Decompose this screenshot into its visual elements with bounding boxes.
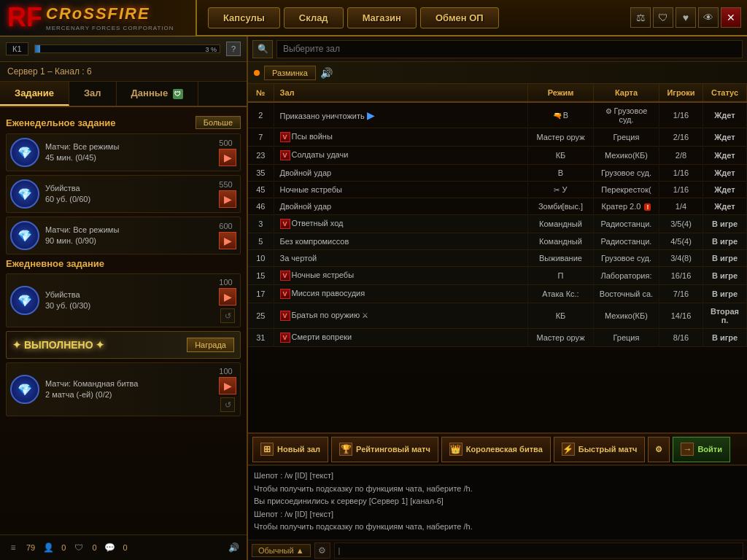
table-row[interactable]: 45 Ночные ястребы ✂ У Перекресток( 1/16 … [248,182,747,198]
friend-count: 0 [61,543,66,552]
friend-icon[interactable]: 👤 [41,540,55,555]
table-row[interactable]: 10 За чертой Выживание Грузовое суд. 3/4… [248,250,747,267]
clan-icon[interactable]: 🛡 [71,540,86,555]
task-item[interactable]: 💎 Матчи: Все режимы90 мин. (0/90) 600 ▶ [6,217,241,254]
task-item[interactable]: 💎 Убийства60 уб. (0/60) 550 ▶ [6,175,241,213]
shop-button[interactable]: Магазин [347,7,417,28]
royal-icon: 👑 [449,443,462,456]
tab-task[interactable]: Задание [0,82,69,106]
task-item[interactable]: 💎 Матчи: Все режимы45 мин. (0/45) 500 ▶ [6,133,241,171]
table-row[interactable]: 17 VМиссия правосудия Атака Кс.: Восточн… [248,285,747,303]
task-arrow-button[interactable]: ▶ [219,377,236,394]
eye-icon[interactable]: 👁 [698,7,719,28]
table-row[interactable]: 7 VПсы войны Мастер оруж Греция 2/16 Жде… [248,128,747,147]
task-refresh-button[interactable]: ↺ [220,308,235,323]
room-name: VОтветный ход [274,215,528,233]
royal-battle-button[interactable]: 👑 Королевская битва [441,437,551,462]
capsules-button[interactable]: Капсулы [208,7,280,28]
balance-icon[interactable]: ⚖ [630,7,651,28]
task-text: Матчи: Все режимы45 мин. (0/45) [45,141,219,164]
daily-section-header: Ежедневное задание [6,258,241,269]
room-name: VСмерти вопреки [274,329,528,347]
table-row[interactable]: 3 VОтветный ход Командный Радиостанци. 3… [248,215,747,233]
table-row[interactable]: 15 VНочные ястребы П Лаборатория: 16/16 … [248,267,747,285]
task-refresh-button[interactable]: ↺ [220,397,235,412]
table-row[interactable]: 46 Двойной удар Зомби[выс.] Кратер 2.0 !… [248,198,747,215]
task-icon: 💎 [10,138,39,167]
room-players: 7/16 [659,285,703,303]
enter-button[interactable]: → Войти [673,437,730,462]
help-button[interactable]: ? [226,42,241,56]
room-players: 16/16 [659,267,703,285]
task-text: Убийства30 уб. (0/30) [45,289,219,312]
exchange-button[interactable]: Обмен ОП [420,7,499,28]
warmup-button[interactable]: Разминка [264,66,316,80]
task-item[interactable]: 💎 Убийства30 уб. (0/30) 100 ▶ ↺ [6,273,241,327]
room-map: Радиостанци. [594,215,659,233]
col-header-name: Зал [274,84,528,102]
room-players: 1/16 [659,165,703,182]
task-item[interactable]: 💎 Матчи: Командная битва2 матча (-ей) (0… [6,362,241,416]
chat-icon[interactable]: 💬 [103,540,117,555]
task-arrow-button[interactable]: ▶ [219,149,236,166]
tab-hall[interactable]: Зал [69,82,117,106]
menu-icon[interactable]: ≡ [6,540,20,555]
task-arrow-button[interactable]: ▶ [219,232,236,249]
warehouse-button[interactable]: Склад [284,7,344,28]
task-arrow-button[interactable]: ▶ [219,190,236,208]
table-row[interactable]: 25 VБратья по оружию ⚔ КБ Мехико(КБ) 14/… [248,303,747,329]
new-room-button[interactable]: ⊞ Новый зал [252,437,328,462]
room-status: Ждет [703,198,747,215]
table-row[interactable]: 31 VСмерти вопреки Мастер оруж Греция 8/… [248,329,747,347]
chat-mode-button[interactable]: Обычный ▲ [252,544,311,557]
room-id: 23 [248,147,274,165]
more-button[interactable]: Больше [196,116,241,129]
room-id: 45 [248,182,274,198]
match-settings-button[interactable]: ⚙ [648,437,670,462]
reward-button[interactable]: Награда [187,338,234,352]
shield-icon[interactable]: 🛡 [653,7,673,28]
table-row[interactable]: 5 Без компромиссов Командный Радиостанци… [248,233,747,250]
room-mode: П [528,267,594,285]
royal-label: Королевская битва [466,445,543,454]
progress-label: 3 % [205,45,217,54]
volume-icon[interactable]: 🔊 [226,540,241,555]
room-players: 3/5(4) [659,215,703,233]
room-id: 25 [248,303,274,329]
heart-icon[interactable]: ♥ [676,7,696,28]
chat-input[interactable] [334,542,743,559]
room-status: Ждет [703,102,747,128]
search-button[interactable]: 🔍 [252,40,273,58]
sound-icon[interactable]: 🔊 [320,67,333,79]
room-search-input[interactable] [276,40,743,58]
table-row[interactable]: 2 Приказано уничтожить ▶ 🔫В ⚙ Грузовое с… [248,102,747,128]
task-actions: 550 ▶ [219,180,236,208]
rating-match-button[interactable]: 🏆 Рейтинговый матч [331,437,438,462]
room-id: 31 [248,329,274,347]
room-map: Мехико(КБ) [594,147,659,165]
quick-match-button[interactable]: ⚡ Быстрый матч [554,437,646,462]
room-map: Кратер 2.0 ! [594,198,659,215]
room-mode: ✂ У [528,182,594,198]
table-row[interactable]: 35 Двойной удар В Грузовое суд. 1/16 Жде… [248,165,747,182]
chat-settings-button[interactable]: ⚙ [314,542,330,559]
room-name: Без компромиссов [274,233,528,250]
clan-count: 0 [92,543,96,552]
quick-label: Быстрый матч [578,445,638,454]
table-row[interactable]: 23 VСолдаты удачи КБ Мехико(КБ) 2/8 Ждет [248,147,747,165]
task-text: Матчи: Все режимы90 мин. (0/90) [45,225,219,247]
weekly-title: Еженедельное задание [6,117,115,128]
enter-label: Войти [697,445,722,454]
task-arrow-button[interactable]: ▶ [219,288,236,306]
chat-count: 0 [123,543,128,552]
top-bar: RF CRoSSFIRE MERCENARY FORCES CORPORATIO… [0,0,747,36]
server-info: Сервер 1 – Канал : 6 [0,62,247,82]
close-icon[interactable]: ✕ [721,7,741,28]
task-points: 100 [219,278,232,287]
tab-shield-icon: 🛡 [173,89,183,99]
server-label: К1 [6,42,28,55]
room-map: Перекресток( [594,182,659,198]
tab-data[interactable]: Данные 🛡 [117,82,198,106]
room-status: В игре [703,285,747,303]
room-status: Вторая п. [703,303,747,329]
